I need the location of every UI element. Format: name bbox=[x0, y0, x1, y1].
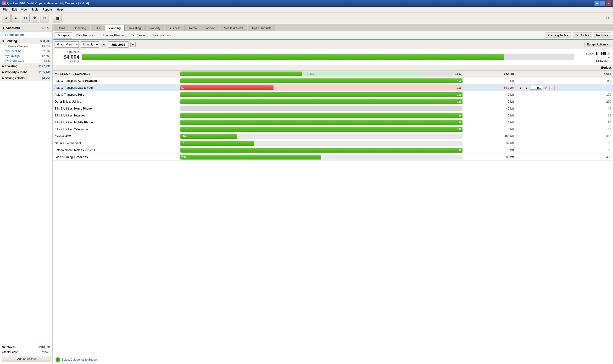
add-categories-icon[interactable]: + bbox=[55, 357, 60, 362]
menu-tools[interactable]: Tools bbox=[30, 7, 40, 12]
tab-rental[interactable]: Rental bbox=[185, 25, 202, 31]
subtab-savings-goals[interactable]: Savings Goals bbox=[149, 32, 174, 39]
bar-cash-atm: 120 bbox=[178, 133, 465, 140]
menu-help[interactable]: Help bbox=[55, 7, 65, 12]
col-status bbox=[465, 65, 516, 71]
budget-scroll-up[interactable]: ▲ bbox=[608, 56, 610, 59]
titlebar: Q Quicken 2016 Rental Property Manager -… bbox=[0, 0, 613, 7]
cat-gas-fuel: Auto & Transport: Gas & Fuel bbox=[53, 84, 178, 91]
close-button[interactable]: ✕ bbox=[606, 1, 611, 6]
subtab-debt-reduction[interactable]: Debt Reduction bbox=[73, 32, 99, 39]
toolbar: ◄ ► ↻ 🏛 ↻ ▦ ⚙ bbox=[0, 13, 613, 24]
group-status-personal-expenses: 662 left bbox=[465, 71, 516, 78]
status-mobile-phone: 0 left bbox=[465, 119, 516, 126]
period-select[interactable]: Monthly Weekly Daily bbox=[81, 41, 99, 48]
property-group: ▶ Property & Debt $105,441 bbox=[0, 69, 53, 75]
tab-spending[interactable]: Spending bbox=[70, 25, 90, 31]
account-item-family-checking[interactable]: ⊙ Family Checking 19,657 bbox=[0, 44, 53, 49]
status-other-entertainment: 37 left bbox=[465, 140, 516, 147]
menu-file[interactable]: File bbox=[1, 7, 9, 12]
menu-reports[interactable]: Reports bbox=[41, 7, 54, 12]
budget-cell-gas-fuel: ℹ ⚙ 📅 📊 bbox=[516, 84, 613, 91]
savings-goals-group-header[interactable]: ▶ Savings Goals $4,750 bbox=[0, 75, 53, 81]
minimize-button[interactable]: ─ bbox=[594, 1, 600, 6]
info-button-gas-fuel[interactable]: ℹ bbox=[518, 86, 523, 90]
refresh2-button[interactable]: ↻ bbox=[40, 14, 49, 23]
tab-tips-tutorials[interactable]: Tips & Tutorials bbox=[248, 25, 275, 31]
add-categories-link[interactable]: Select Categories to Budget bbox=[62, 358, 97, 361]
row-groceries: Food & Dining: Groceries 200 200 left 40… bbox=[53, 154, 613, 161]
chart-button-gas-fuel[interactable]: 📊 bbox=[549, 86, 555, 90]
property-group-header[interactable]: ▶ Property & Debt $105,441 bbox=[0, 69, 53, 75]
back-button[interactable]: ◄ bbox=[2, 14, 11, 23]
budget-television: 150 bbox=[516, 126, 613, 133]
planning-tools-button[interactable]: Planning Tools ▾ bbox=[545, 33, 571, 38]
budget-other-entertainment: 50 bbox=[516, 140, 613, 147]
group-row-personal-expenses: ▼PERSONAL EXPENSES 1,996 2,007 662 lef bbox=[53, 71, 613, 78]
net-worth-label: Net Worth bbox=[2, 346, 15, 349]
tab-business[interactable]: Business bbox=[165, 25, 185, 31]
tab-investing[interactable]: Investing bbox=[125, 25, 145, 31]
tab-home[interactable]: Home bbox=[53, 25, 69, 31]
reports-button[interactable]: Reports ▾ bbox=[594, 33, 611, 38]
main-layout: ▼ Accounts ↻ ⚙ All Transactions ▼ Bankin… bbox=[0, 24, 613, 364]
status-tolls: 0 left bbox=[465, 91, 516, 98]
budget-amount: $4,665 bbox=[596, 52, 606, 55]
calendar-button-gas-fuel[interactable]: 📅 bbox=[543, 86, 548, 90]
add-categories-bar: + Select Categories to Budget bbox=[53, 355, 613, 364]
prev-period-button[interactable]: ◄ bbox=[101, 42, 106, 47]
spending-amount: $4,004 bbox=[55, 54, 80, 60]
tab-mobile-alerts[interactable]: Mobile & Alerts bbox=[220, 25, 247, 31]
net-worth-value: $318,331 bbox=[39, 346, 51, 349]
main-progress-bar bbox=[82, 54, 574, 60]
status-auto-payment: 0 left bbox=[465, 78, 516, 84]
tax-tools-button[interactable]: Tax Tools ▾ bbox=[573, 33, 592, 38]
account-item-my-savings[interactable]: My Savings 12,600 bbox=[0, 53, 53, 58]
menu-edit[interactable]: Edit bbox=[10, 7, 19, 12]
account-item-my-checking[interactable]: My Checking 2,832 bbox=[0, 49, 53, 53]
bar-gas-fuel: 50 150 bbox=[178, 84, 465, 91]
tab-addon[interactable]: Add-on bbox=[202, 25, 219, 31]
credit-score-view-link[interactable]: View... bbox=[42, 350, 51, 354]
banking-group-header[interactable]: ▼ Banking $30,209 bbox=[0, 38, 53, 44]
refresh-button[interactable]: ↻ bbox=[21, 14, 30, 23]
home-button[interactable]: 🏛 bbox=[31, 14, 39, 23]
cat-tolls: Auto & Transport: Tolls bbox=[53, 91, 178, 98]
app-icon: Q bbox=[2, 1, 6, 5]
subtab-tax-center[interactable]: Tax Center bbox=[128, 32, 148, 39]
sidebar-header: ▼ Accounts ↻ ⚙ bbox=[0, 24, 53, 32]
tab-property[interactable]: Property bbox=[145, 25, 164, 31]
next-period-button[interactable]: ► bbox=[130, 42, 136, 47]
refresh-accounts-icon[interactable]: ↻ bbox=[40, 25, 45, 30]
spending-period: Jul 2016 bbox=[55, 60, 80, 63]
add-account-button[interactable]: + Add an Account bbox=[2, 356, 51, 362]
investing-group-header[interactable]: ▶ Investing $177,931 bbox=[0, 63, 53, 69]
budget-tolls: 100 bbox=[516, 91, 613, 98]
subtab-budgets[interactable]: Budgets bbox=[54, 32, 72, 39]
gear-settings-button[interactable]: ⚙ bbox=[604, 15, 611, 22]
accounts-settings-icon[interactable]: ⚙ bbox=[46, 25, 51, 30]
budget-toolbar: Graph View Annual View Monthly Weekly Da… bbox=[53, 40, 613, 49]
forward-button[interactable]: ► bbox=[12, 14, 20, 23]
sidebar: ▼ Accounts ↻ ⚙ All Transactions ▼ Bankin… bbox=[0, 24, 53, 364]
maximize-button[interactable]: □ bbox=[600, 1, 605, 6]
status-home-phone: 40 left bbox=[465, 105, 516, 112]
status-groceries: 200 left bbox=[465, 154, 516, 161]
content-area: Home Spending Bills Planning Investing P… bbox=[53, 24, 613, 364]
tab-planning[interactable]: Planning bbox=[105, 25, 125, 31]
view-select[interactable]: Graph View Annual View bbox=[54, 41, 79, 48]
budget-input-gas-fuel[interactable] bbox=[530, 86, 542, 90]
all-transactions-link[interactable]: All Transactions bbox=[0, 32, 53, 38]
row-cash-atm: Cash & ATM 120 480 left 600 bbox=[53, 133, 613, 140]
account-item-my-credit-card[interactable]: My Credit Card -4,880 bbox=[0, 58, 53, 63]
budget-actions-button[interactable]: Budget Actions ▾ bbox=[585, 42, 611, 47]
tab-bills[interactable]: Bills bbox=[91, 25, 104, 31]
banking-balance: $30,209 bbox=[40, 39, 51, 43]
savings-goals-group: ▶ Savings Goals $4,750 bbox=[0, 75, 53, 81]
subtab-lifetime-planner[interactable]: Lifetime Planner bbox=[100, 32, 127, 39]
settings-button-gas-fuel[interactable]: ⚙ bbox=[524, 86, 529, 90]
budget-mobile-phone: 90 bbox=[516, 119, 613, 126]
left-amount: $661 bbox=[596, 59, 603, 62]
grid-button[interactable]: ▦ bbox=[53, 14, 62, 23]
menu-view[interactable]: View bbox=[19, 7, 29, 12]
